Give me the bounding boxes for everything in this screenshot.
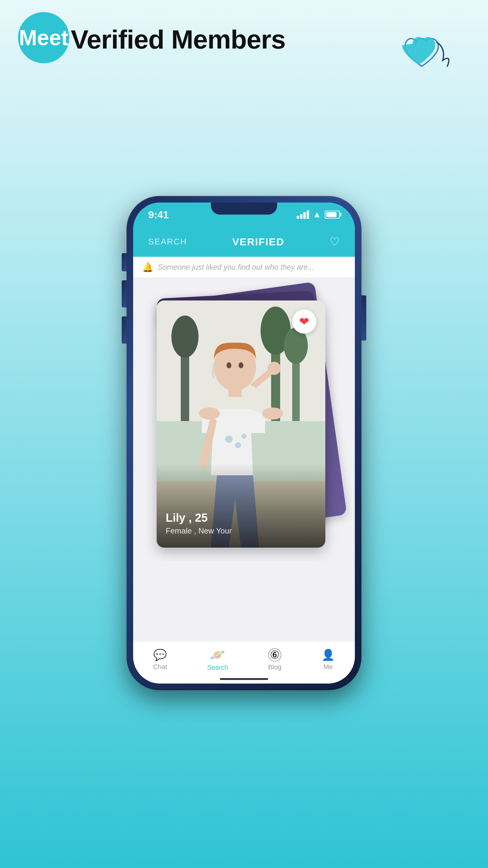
volume-down-button [122,316,127,344]
card-stack: Lily , 25 Female , New Your ❤ [157,298,331,551]
svg-point-7 [171,315,198,358]
nav-heart-icon[interactable]: ♡ [330,235,340,248]
me-label: Me [324,663,333,671]
status-time: 9:41 [148,209,169,221]
profile-card[interactable]: Lily , 25 Female , New Your ❤ [157,301,325,548]
signal-bar-3 [303,212,306,219]
svg-point-17 [235,442,241,448]
tab-blog[interactable]: ⑥ Blog [268,648,281,671]
nav-bar[interactable]: SEARCH VERIFIED ♡ [133,227,355,257]
card-info: Lily , 25 Female , New Your [166,512,232,535]
card-photo: Lily , 25 Female , New Your ❤ [157,301,325,548]
status-icons: ▲ [297,210,340,219]
svg-point-13 [227,362,231,368]
svg-point-18 [241,434,247,438]
notification-bar[interactable]: 🔔 Someone just liked you.find out who th… [133,257,355,278]
nav-verified-label[interactable]: VERIFIED [187,236,330,248]
search-planet-icon: 🪐 [210,648,225,662]
phone-screen: 9:41 ▲ SEARCH VERIFIED [133,203,355,684]
battery-fill [326,212,336,217]
nav-search-label[interactable]: SEARCH [148,237,187,247]
volume-up-button [122,280,127,307]
profile-name: Lily , 25 [166,512,232,524]
blog-icon: ⑥ [268,648,281,661]
like-button[interactable]: ❤ [292,310,316,334]
power-button [361,296,366,341]
svg-point-15 [267,362,281,375]
svg-point-9 [199,407,220,420]
meet-circle-text: Meet [19,25,68,50]
notification-text: Someone just liked you.find out who they… [158,263,314,272]
mute-button [122,253,127,271]
signal-bar-4 [307,210,309,219]
teal-circle: Meet [18,12,69,63]
card-area: Lily , 25 Female , New Your ❤ [133,278,355,561]
signal-bar-1 [297,216,299,219]
chat-label: Chat [153,663,167,671]
phone-notch [211,203,277,215]
tab-chat[interactable]: 💬 Chat [153,649,167,671]
bell-icon: 🔔 [142,262,153,273]
header-area: Meet Verified Members [18,12,470,79]
me-icon: 👤 [321,649,335,661]
tab-search[interactable]: 🪐 Search [207,648,228,672]
heart-filled-icon: ❤ [299,315,310,329]
search-label: Search [207,664,228,672]
verified-members-text: Verified Members [71,24,286,55]
svg-point-16 [225,435,233,443]
battery-icon [325,211,340,218]
phone-device: 9:41 ▲ SEARCH VERIFIED [127,84,361,802]
phone-shell: 9:41 ▲ SEARCH VERIFIED [127,196,361,690]
home-indicator [220,678,268,680]
chat-icon: 💬 [153,649,167,661]
signal-bars [297,210,309,219]
wifi-icon: ▲ [313,210,321,219]
blog-label: Blog [268,663,281,671]
tab-me[interactable]: 👤 Me [321,649,335,671]
signal-bar-2 [300,214,302,219]
profile-detail: Female , New Your [166,526,232,535]
tab-bar: 💬 Chat 🪐 Search ⑥ Blog 👤 Me [133,641,355,684]
svg-point-14 [238,362,243,368]
svg-point-10 [262,407,283,420]
